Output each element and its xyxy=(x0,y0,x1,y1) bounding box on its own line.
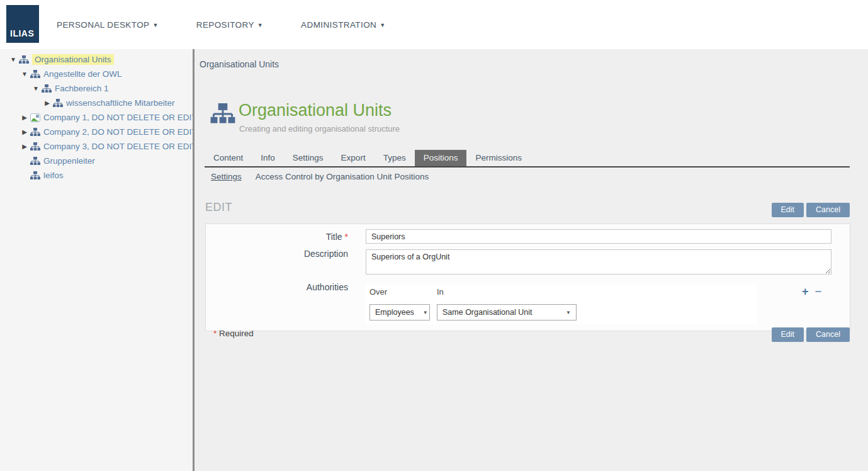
expander-closed-icon[interactable] xyxy=(19,143,30,150)
orgunit-icon xyxy=(30,171,40,180)
tree-item-label[interactable]: Company 1, DO NOT DELETE OR EDIT!!! xyxy=(43,113,193,122)
nav-repository[interactable]: REPOSITORY▼ xyxy=(196,20,263,30)
tree-item-fachbereich-1[interactable]: Fachbereich 1 xyxy=(0,81,193,96)
orgunit-icon xyxy=(19,55,29,64)
tab-export[interactable]: Export xyxy=(332,150,375,166)
tree-item-wissenschaftliche-mitarbeiter[interactable]: wissenschaftliche Mitarbeiter xyxy=(0,96,193,110)
ilias-app-window: ILIAS PERSONAL DESKTOP▼ REPOSITORY▼ ADMI… xyxy=(0,0,868,471)
cancel-button[interactable]: Cancel xyxy=(806,327,850,342)
tree-item-label[interactable]: Angestellte der OWL xyxy=(43,69,122,79)
authorities-field-label: Authorities xyxy=(206,277,366,324)
orgunit-icon xyxy=(30,142,40,151)
in-select[interactable]: Same Organisational Unit ▼ xyxy=(437,304,577,321)
tree-item-gruppenleiter[interactable]: Gruppenleiter xyxy=(0,154,193,168)
top-navigation: PERSONAL DESKTOP▼ REPOSITORY▼ ADMINISTRA… xyxy=(57,0,386,49)
tree-item-company-1[interactable]: Company 1, DO NOT DELETE OR EDIT!!! xyxy=(0,110,193,125)
tab-positions[interactable]: Positions xyxy=(415,150,467,166)
tree-item-label[interactable]: leifos xyxy=(43,171,64,180)
ilias-logo-text: ILIAS xyxy=(6,28,34,43)
required-marker: * xyxy=(213,329,217,338)
subtab-settings[interactable]: Settings xyxy=(211,172,242,181)
form-actions-bottom: Edit Cancel xyxy=(772,327,850,342)
required-note: * Required xyxy=(213,329,254,338)
description-field-row: Description Superiors of a OrgUnit xyxy=(206,244,850,277)
description-textarea[interactable]: Superiors of a OrgUnit xyxy=(366,249,831,275)
tree-item-company-2[interactable]: Company 2, DO NOT DELETE OR EDIT!!! xyxy=(0,125,193,139)
authorities-field-row: Authorities Over In Employees ▼ xyxy=(206,277,850,324)
expander-closed-icon[interactable] xyxy=(19,114,30,121)
tree-item-angestellte-der-owl[interactable]: Angestellte der OWL xyxy=(0,67,193,81)
in-column-label: In xyxy=(437,287,444,297)
expander-open-icon[interactable] xyxy=(8,56,19,63)
tab-bar: Content Info Settings Export Types Posit… xyxy=(205,150,850,167)
org-unit-tree: Organisational Units Angestellte der OWL… xyxy=(0,49,193,183)
over-select[interactable]: Employees ▼ xyxy=(369,304,430,321)
tab-permissions[interactable]: Permissions xyxy=(466,150,531,166)
title-input[interactable] xyxy=(366,229,831,244)
expander-open-icon[interactable] xyxy=(30,85,42,92)
tree-item-label[interactable]: Fachbereich 1 xyxy=(55,84,109,93)
orgunit-icon xyxy=(30,157,40,166)
repository-tree-sidebar: Organisational Units Angestellte der OWL… xyxy=(0,49,194,471)
plus-icon[interactable]: + xyxy=(802,287,809,296)
edit-button[interactable]: Edit xyxy=(772,327,804,342)
category-icon xyxy=(30,113,40,122)
top-bar: ILIAS PERSONAL DESKTOP▼ REPOSITORY▼ ADMI… xyxy=(0,0,868,49)
tree-item-leifos[interactable]: leifos xyxy=(0,168,193,183)
title-field-row: Title * xyxy=(206,227,850,244)
required-marker: * xyxy=(345,232,348,242)
expander-open-icon[interactable] xyxy=(19,71,30,77)
edit-button[interactable]: Edit xyxy=(772,203,804,217)
expander-closed-icon[interactable] xyxy=(19,128,30,135)
subtab-access-control[interactable]: Access Control by Organisation Unit Posi… xyxy=(256,172,429,181)
tree-item-company-3[interactable]: Company 3, DO NOT DELETE OR EDIT!!! xyxy=(0,139,193,154)
orgunit-icon xyxy=(30,128,40,137)
page-subtitle: Creating and editing organisational stru… xyxy=(239,124,400,133)
chevron-down-icon: ▼ xyxy=(380,22,385,28)
title-field-label: Title * xyxy=(206,227,366,244)
tree-item-label[interactable]: Gruppenleiter xyxy=(43,156,95,166)
tab-types[interactable]: Types xyxy=(375,150,415,166)
main-content: Organisational Units Organisational Unit… xyxy=(196,49,868,471)
breadcrumb[interactable]: Organisational Units xyxy=(200,59,279,69)
select-caret-icon: ▼ xyxy=(414,310,428,315)
select-caret-icon: ▼ xyxy=(557,310,571,315)
chevron-down-icon: ▼ xyxy=(257,22,263,28)
description-field-label: Description xyxy=(206,244,366,277)
orgunit-icon xyxy=(42,84,52,93)
subtab-bar: Settings Access Control by Organisation … xyxy=(211,172,429,181)
orgunit-icon xyxy=(30,70,40,79)
position-edit-form: Title * Description Superiors of a OrgUn… xyxy=(205,224,850,331)
orgunit-icon xyxy=(53,99,63,108)
tree-item-label[interactable]: Company 3, DO NOT DELETE OR EDIT!!! xyxy=(43,142,193,151)
tab-info[interactable]: Info xyxy=(252,150,284,166)
minus-icon[interactable]: − xyxy=(814,287,821,296)
form-actions-top: Edit Cancel xyxy=(772,203,850,217)
ilias-logo[interactable]: ILIAS xyxy=(6,5,39,43)
expander-closed-icon[interactable] xyxy=(42,99,53,106)
nav-personal-desktop[interactable]: PERSONAL DESKTOP▼ xyxy=(57,20,159,30)
cancel-button[interactable]: Cancel xyxy=(806,203,850,217)
nav-administration[interactable]: ADMINISTRATION▼ xyxy=(301,20,385,30)
chevron-down-icon: ▼ xyxy=(152,22,158,28)
tree-item-organisational-units[interactable]: Organisational Units xyxy=(0,52,193,67)
orgchart-icon xyxy=(210,103,235,125)
authority-panel: Over In Employees ▼ Same Organisational … xyxy=(366,285,757,324)
tree-item-label[interactable]: wissenschaftliche Mitarbeiter xyxy=(66,98,175,108)
form-section-title: EDIT xyxy=(205,201,232,214)
tree-item-label[interactable]: Organisational Units xyxy=(32,54,114,65)
tab-content[interactable]: Content xyxy=(205,150,252,166)
tab-settings[interactable]: Settings xyxy=(284,150,332,166)
over-column-label: Over xyxy=(369,287,437,297)
tree-item-label[interactable]: Company 2, DO NOT DELETE OR EDIT!!! xyxy=(43,127,193,137)
page-title: Organisational Units xyxy=(239,101,392,120)
